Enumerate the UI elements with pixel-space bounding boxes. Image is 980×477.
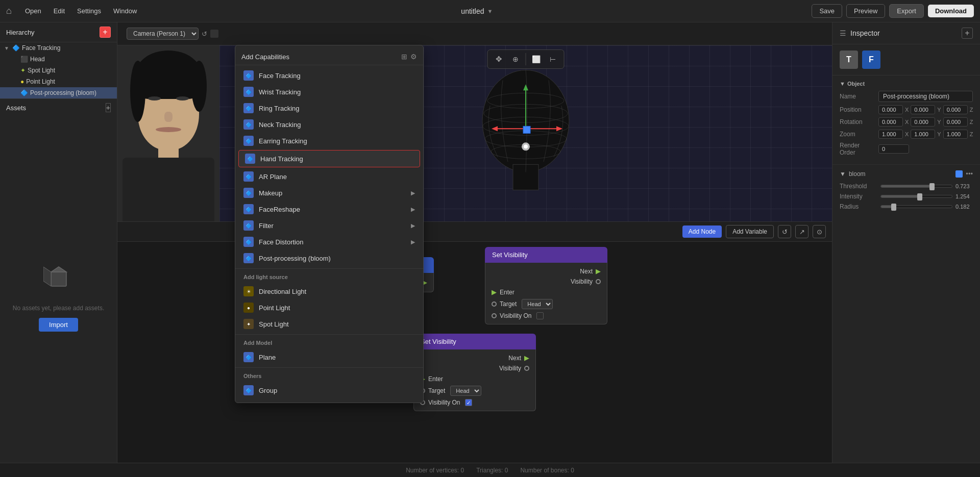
inspector-title: Inspector (850, 29, 880, 37)
settings-icon[interactable]: ⚙ (410, 53, 417, 61)
bloom-threshold-value: 0.723 (955, 183, 973, 189)
zoom-x-input[interactable] (878, 130, 903, 139)
menu-label-hand-tracking: Hand Tracking (260, 155, 413, 163)
menu-item-group[interactable]: 🔷 Group (235, 382, 423, 398)
menu-label-filter: Filter (259, 222, 406, 230)
model-section-title: Add Model (235, 337, 423, 349)
tree-item-face-tracking[interactable]: ▼ 🔷 Face Tracking (0, 42, 117, 54)
menu-edit[interactable]: Edit (48, 5, 70, 17)
assets-add-button[interactable]: + (106, 103, 111, 112)
rotation-y-input[interactable] (911, 117, 935, 127)
tree-item-spot-light[interactable]: ✦ Spot Light (0, 65, 117, 76)
preview-button[interactable]: Preview (846, 4, 885, 18)
title-dropdown-icon[interactable]: ▼ (487, 8, 493, 14)
svg-marker-2 (43, 267, 51, 286)
position-z-input[interactable] (943, 105, 968, 114)
menu-item-filter[interactable]: 🔷 Filter ▶ (235, 217, 423, 234)
bloom-radius-row: Radius 0.182 (840, 203, 973, 210)
position-y-input[interactable] (911, 105, 935, 114)
node-sv2-next-out: Next ▶ (414, 353, 535, 363)
menu-item-facereshape[interactable]: 🔷 FaceReshape ▶ (235, 201, 423, 217)
refresh-graph-icon[interactable]: ↺ (778, 225, 791, 238)
export-button[interactable]: Export (889, 4, 924, 18)
menu-item-plane[interactable]: 🔷 Plane (235, 349, 423, 365)
inspector-position-coords: X Y Z (878, 105, 973, 114)
position-x-input[interactable] (878, 105, 903, 114)
zoom-y-input[interactable] (911, 130, 935, 139)
download-button[interactable]: Download (928, 5, 974, 17)
cube-icon (43, 262, 74, 298)
menu-label-wrist-tracking: Wrist Tracking (259, 88, 415, 96)
menu-item-face-tracking[interactable]: 🔷 Face Tracking (235, 67, 423, 84)
menu-item-wrist-tracking[interactable]: 🔷 Wrist Tracking (235, 84, 423, 100)
node-sv1-title: Set Visibility (492, 251, 528, 259)
add-node-button[interactable]: Add Node (682, 225, 722, 238)
position-z-label: Z (970, 107, 973, 113)
inspector-header: ☰ Inspector + (832, 22, 980, 44)
zoom-z-input[interactable] (943, 130, 968, 139)
hierarchy-header: Hierarchy + (0, 22, 117, 42)
add-variable-button[interactable]: Add Variable (726, 225, 774, 238)
bloom-enabled-checkbox[interactable] (955, 170, 963, 178)
menu-item-earring-tracking[interactable]: 🔷 Earring Tracking (235, 133, 423, 149)
tree-item-point-light[interactable]: ● Point Light (0, 76, 117, 87)
rotation-z-input[interactable] (943, 117, 968, 127)
makeup-submenu-arrow: ▶ (411, 190, 415, 196)
hierarchy-add-button[interactable]: + (100, 27, 111, 38)
move-tool[interactable]: ✥ (492, 52, 506, 66)
bloom-threshold-slider[interactable] (880, 185, 952, 188)
menu-open[interactable]: Open (20, 5, 46, 17)
rotation-x-input[interactable] (878, 117, 903, 127)
inspector-zoom-label: Zoom (840, 131, 875, 138)
svg-marker-1 (51, 267, 66, 272)
menu-settings[interactable]: Settings (72, 5, 106, 17)
anchor-tool[interactable]: ⊕ (508, 52, 523, 66)
spot-light-icon: ✦ (20, 67, 26, 74)
topbar: ⌂ Open Edit Settings Window untitled ▼ S… (0, 0, 980, 22)
import-button[interactable]: Import (39, 318, 78, 332)
inspector-name-row: Name (840, 91, 973, 102)
crop-tool[interactable]: ⊢ (546, 52, 560, 66)
settings-graph-icon[interactable]: ⊙ (813, 225, 826, 238)
menu-item-spot-light-menu[interactable]: ✦ Spot Light (235, 316, 423, 332)
inspector-name-input[interactable] (878, 91, 973, 102)
project-title: untitled (461, 7, 484, 15)
record-icon[interactable] (210, 30, 218, 38)
node-sv2-target-select[interactable]: Head (450, 386, 481, 396)
frame-tool[interactable]: ⬜ (529, 52, 544, 66)
inspector-icon: ☰ (840, 29, 846, 37)
inspector-add-button[interactable]: + (962, 28, 973, 39)
menu-item-ar-plane[interactable]: 🔷 AR Plane (235, 168, 423, 185)
bloom-more-icon[interactable]: ••• (966, 170, 973, 178)
node-sv2-target: Target Head (414, 384, 535, 397)
home-icon[interactable]: ⌂ (6, 6, 12, 16)
menu-item-post-processing[interactable]: 🔷 Post-processing (bloom) (235, 250, 423, 266)
menu-item-point-light-menu[interactable]: ● Point Light (235, 299, 423, 316)
group-menu-icon: 🔷 (243, 385, 254, 395)
menu-item-hand-tracking[interactable]: 🔷 Hand Tracking (238, 150, 420, 167)
node-set-visibility-1: Set Visibility Next ▶ Visibility ▶ (485, 247, 607, 324)
bloom-radius-slider[interactable] (880, 205, 952, 208)
menu-item-directional-light[interactable]: ☀ Directional Light (235, 283, 423, 299)
title-area: untitled ▼ (150, 7, 803, 15)
menu-window[interactable]: Window (108, 5, 142, 17)
menu-item-face-distortion[interactable]: 🔷 Face Distortion ▶ (235, 234, 423, 250)
assets-empty-text: No assets yet, please add assets. (13, 305, 104, 312)
hand-tracking-menu-icon: 🔷 (245, 154, 255, 164)
tree-item-post-processing[interactable]: 🔷 Post-processing (bloom) (0, 87, 117, 98)
export-graph-icon[interactable]: ↗ (795, 225, 808, 238)
menu-item-ring-tracking[interactable]: 🔷 Ring Tracking (235, 100, 423, 116)
menu-item-neck-tracking[interactable]: 🔷 Neck Tracking (235, 116, 423, 133)
menu-item-makeup[interactable]: 🔷 Makeup ▶ (235, 185, 423, 201)
refresh-icon[interactable]: ↺ (202, 30, 207, 38)
tree-item-head[interactable]: ⬛ Head (0, 54, 117, 65)
render-order-input[interactable] (878, 144, 909, 154)
bloom-intensity-slider[interactable] (880, 195, 952, 198)
inspector-zoom-coords: X Y Z (878, 130, 973, 139)
save-button[interactable]: Save (812, 4, 842, 18)
camera-controls: Camera (Person 1) ↺ (122, 26, 223, 42)
filter-submenu-arrow: ▶ (411, 222, 415, 229)
collapse-icon[interactable]: ⊞ (401, 53, 407, 61)
node-sv1-target-select[interactable]: Head (522, 299, 553, 309)
camera-select[interactable]: Camera (Person 1) (127, 28, 199, 40)
